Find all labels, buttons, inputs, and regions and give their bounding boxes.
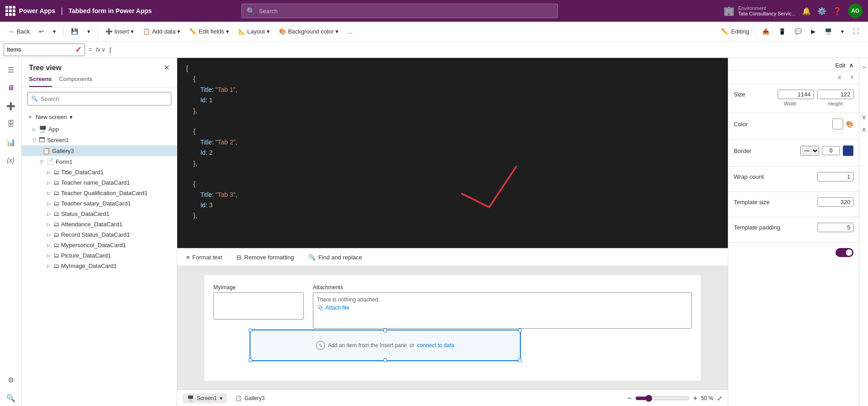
- zoom-plus-button[interactable]: +: [693, 394, 697, 402]
- more-button[interactable]: ...: [344, 26, 356, 37]
- fit-screen-icon[interactable]: ⤢: [717, 395, 722, 402]
- tree-item-app[interactable]: ▷ 🖥️ App: [22, 124, 177, 134]
- tree-item-teacher-qual-dc[interactable]: ▷ 🗂 Teacher Qualification_DataCard1: [22, 188, 177, 198]
- width-input[interactable]: [778, 90, 814, 99]
- zoom-minus-button[interactable]: −: [627, 394, 632, 402]
- tree-item-mypersoncol-dc[interactable]: ▷ 🗂 Mypersoncol_DataCard1: [22, 240, 177, 250]
- zoom-value: 50 %: [701, 395, 713, 401]
- collapse-icon[interactable]: ∧: [849, 62, 854, 69]
- tab-screens[interactable]: Screens: [29, 76, 52, 87]
- save-button[interactable]: 💾: [67, 26, 82, 37]
- screen1-tab[interactable]: 🖥️ Screen1 ▾: [183, 393, 227, 403]
- wrap-count-input[interactable]: [817, 172, 854, 182]
- tree-item-form1[interactable]: ▽ 📄 Form1: [22, 156, 177, 167]
- gallery-connect-link[interactable]: connect to data: [417, 342, 454, 349]
- edit-label[interactable]: Edit: [835, 62, 845, 69]
- attach-file-button[interactable]: 📎 Attach file: [317, 305, 688, 311]
- data-icon-button[interactable]: 🗄: [3, 116, 19, 132]
- insert-button[interactable]: ➕ Insert ▾: [102, 26, 138, 37]
- chevron-icon: ▷: [33, 127, 36, 132]
- height-input[interactable]: [817, 90, 854, 99]
- add-data-button[interactable]: 📋 Add data ▾: [139, 26, 184, 37]
- gallery-selected-box[interactable]: ✎ Add an item from the Insert pane or co…: [250, 330, 521, 361]
- back-button[interactable]: ← Back: [5, 26, 33, 37]
- code-editor[interactable]: [ { Title: "Tab 1", Id: 1 }, { Title: "T…: [177, 58, 728, 248]
- edit-fields-button[interactable]: ✏️ Edit fields ▾: [186, 26, 232, 37]
- fx-button[interactable]: fx ∨: [96, 46, 106, 53]
- template-padding-input[interactable]: [817, 223, 854, 232]
- toggle-switch[interactable]: [835, 248, 854, 257]
- tree-item-screen1[interactable]: ▽ 🗖 Screen1: [22, 134, 177, 145]
- handle-br[interactable]: [518, 358, 522, 362]
- handle-tl[interactable]: [249, 329, 252, 332]
- tree-item-record-status-dc[interactable]: ▷ 🗂 Record Status_DataCard1: [22, 229, 177, 240]
- chevron-icon: ▷: [47, 222, 51, 227]
- y-label: Y: [850, 75, 854, 80]
- handle-tr[interactable]: [518, 329, 522, 332]
- save-dropdown[interactable]: ▾: [84, 26, 94, 37]
- handle-bm[interactable]: [383, 358, 387, 362]
- notification-icon[interactable]: 🔔: [802, 7, 811, 15]
- undo-button[interactable]: ↩: [35, 26, 47, 37]
- wrap-count-section: Wrap count: [728, 167, 859, 192]
- template-size-input[interactable]: [817, 197, 854, 207]
- background-color-button[interactable]: 🎨 Background color ▾: [275, 26, 342, 37]
- close-tree-button[interactable]: ✕: [164, 63, 170, 72]
- share-button[interactable]: 📤: [759, 26, 773, 37]
- color-swatch[interactable]: [832, 119, 843, 129]
- tree-item-status-dc[interactable]: ▷ 🗂 Status_DataCard1: [22, 209, 177, 219]
- tree-item-gallery3[interactable]: 📋 Gallery3: [22, 145, 177, 156]
- screens-icon-button[interactable]: 🖥: [3, 80, 19, 96]
- find-replace-button[interactable]: 🔍 Find and replace: [305, 252, 366, 263]
- gallery3-tab[interactable]: 📋 Gallery3: [231, 393, 269, 403]
- user-avatar[interactable]: AG: [848, 4, 863, 18]
- chart-icon-button[interactable]: 📊: [3, 134, 19, 150]
- format-text-button[interactable]: ≡ Format text: [183, 252, 226, 263]
- tree-item-teacher-name-dc[interactable]: ▷ 🗂 Teacher name_DataCard1: [22, 177, 177, 188]
- formula-check: ✓: [75, 45, 82, 55]
- tree-item-title-dc[interactable]: ▷ 🗂 Title_DataCard1: [22, 167, 177, 177]
- tablet-dropdown[interactable]: ▾: [837, 26, 848, 37]
- zoom-slider[interactable]: [635, 395, 689, 402]
- far-panel-chevron-down[interactable]: ∨: [860, 111, 868, 122]
- property-select[interactable]: Items ✓: [4, 43, 85, 56]
- play-button[interactable]: ▶: [807, 26, 819, 37]
- undo-dropdown[interactable]: ▾: [49, 26, 60, 37]
- settings-icon-button[interactable]: ⚙: [3, 372, 19, 388]
- remove-formatting-button[interactable]: ⊟ Remove formatting: [233, 252, 297, 263]
- tree-item-teacher-salary-dc[interactable]: ▷ 🗂 Teacher salary_DataCard1: [22, 198, 177, 209]
- border-style-select[interactable]: —: [800, 146, 819, 156]
- tree-item-myimage-dc[interactable]: ▷ 🗂 MyImage_DataCard1: [22, 261, 177, 271]
- code-line: Title: "Tab 2",: [186, 139, 237, 146]
- tree-search-input[interactable]: [41, 96, 167, 102]
- phone-icon-btn[interactable]: 📱: [775, 26, 789, 37]
- form-icon: 📄: [46, 158, 54, 165]
- tree-item-attendance-dc[interactable]: ▷ 🗂 Attendance_DataCard1: [22, 219, 177, 229]
- layout-button[interactable]: 📐 Layout ▾: [235, 26, 274, 37]
- far-panel-chevron-up[interactable]: ∧: [860, 124, 868, 135]
- tree-label: Gallery3: [52, 148, 171, 154]
- comment-button[interactable]: 💬: [791, 26, 806, 37]
- border-color-swatch[interactable]: [843, 145, 854, 156]
- insert-icon-button[interactable]: ➕: [3, 98, 19, 114]
- top-search-bar[interactable]: 🔍: [241, 4, 558, 18]
- help-icon[interactable]: ❓: [833, 7, 842, 15]
- tree-item-picture-dc[interactable]: ▷ 🗂 Picture_DataCard1: [22, 250, 177, 261]
- new-screen-button[interactable]: ＋ New screen ▾: [22, 110, 177, 124]
- color-picker-icon[interactable]: 🎨: [846, 120, 854, 128]
- expand-button[interactable]: ⛶: [849, 26, 863, 37]
- handle-bl[interactable]: [249, 358, 252, 362]
- far-panel-collapse-top[interactable]: ＞: [859, 62, 868, 73]
- tab-components[interactable]: Components: [59, 76, 93, 87]
- hamburger-button[interactable]: ☰: [3, 62, 19, 78]
- variable-icon-button[interactable]: (x): [3, 152, 19, 168]
- border-label: Border: [734, 148, 751, 154]
- handle-tm[interactable]: [383, 329, 387, 332]
- settings-icon[interactable]: ⚙️: [817, 7, 826, 15]
- search-icon-button[interactable]: 🔍: [3, 390, 19, 406]
- formula-input[interactable]: [109, 46, 864, 53]
- tablet-button[interactable]: 🖥️: [821, 26, 835, 37]
- border-width-input[interactable]: [822, 146, 840, 155]
- tree-search-box[interactable]: 🔍: [27, 92, 171, 105]
- top-search-input[interactable]: [259, 8, 553, 14]
